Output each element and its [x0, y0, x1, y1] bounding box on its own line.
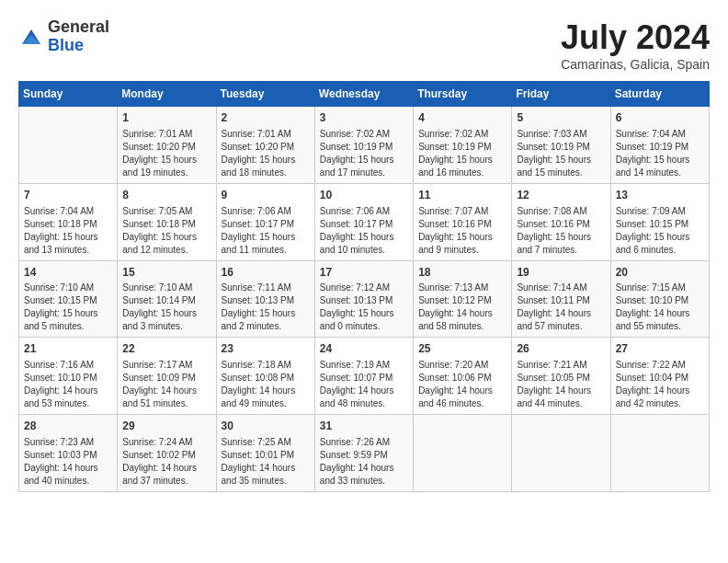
title-block: July 2024 Camarinas, Galicia, Spain	[561, 18, 710, 72]
calendar-header-row: SundayMondayTuesdayWednesdayThursdayFrid…	[19, 82, 710, 107]
calendar-cell: 3Sunrise: 7:02 AM Sunset: 10:19 PM Dayli…	[314, 107, 413, 184]
day-number: 5	[517, 110, 605, 126]
calendar-cell: 1Sunrise: 7:01 AM Sunset: 10:20 PM Dayli…	[118, 107, 216, 184]
day-number: 24	[320, 341, 408, 357]
calendar-cell: 12Sunrise: 7:08 AM Sunset: 10:16 PM Dayl…	[512, 183, 610, 260]
calendar-cell: 30Sunrise: 7:25 AM Sunset: 10:01 PM Dayl…	[216, 415, 314, 492]
day-info: Sunrise: 7:12 AM Sunset: 10:13 PM Daylig…	[320, 282, 408, 333]
day-number: 13	[616, 188, 704, 203]
day-number: 20	[616, 265, 704, 281]
calendar-cell	[19, 107, 118, 184]
calendar-cell: 20Sunrise: 7:15 AM Sunset: 10:10 PM Dayl…	[610, 260, 709, 338]
weekday-header-monday: Monday	[118, 82, 216, 107]
day-number: 12	[517, 188, 605, 203]
day-number: 29	[122, 419, 210, 434]
day-number: 10	[320, 188, 408, 203]
day-number: 16	[222, 265, 310, 281]
day-number: 3	[320, 110, 408, 126]
day-number: 18	[418, 265, 506, 281]
calendar-cell: 28Sunrise: 7:23 AM Sunset: 10:03 PM Dayl…	[19, 415, 118, 492]
calendar-cell	[512, 415, 610, 492]
day-info: Sunrise: 7:04 AM Sunset: 10:18 PM Daylig…	[24, 205, 112, 257]
day-info: Sunrise: 7:19 AM Sunset: 10:07 PM Daylig…	[320, 359, 408, 410]
calendar-cell: 31Sunrise: 7:26 AM Sunset: 9:59 PM Dayli…	[314, 415, 413, 492]
day-number: 6	[616, 110, 704, 126]
day-info: Sunrise: 7:09 AM Sunset: 10:15 PM Daylig…	[616, 205, 704, 257]
calendar-cell	[610, 415, 709, 492]
day-number: 27	[616, 341, 704, 357]
location-subtitle: Camarinas, Galicia, Spain	[561, 57, 710, 72]
calendar-cell: 2Sunrise: 7:01 AM Sunset: 10:20 PM Dayli…	[216, 107, 314, 184]
day-info: Sunrise: 7:14 AM Sunset: 10:11 PM Daylig…	[517, 282, 605, 333]
calendar-cell: 14Sunrise: 7:10 AM Sunset: 10:15 PM Dayl…	[19, 260, 118, 338]
day-number: 4	[418, 110, 506, 126]
day-info: Sunrise: 7:26 AM Sunset: 9:59 PM Dayligh…	[320, 436, 408, 488]
day-info: Sunrise: 7:04 AM Sunset: 10:19 PM Daylig…	[616, 128, 704, 179]
day-info: Sunrise: 7:23 AM Sunset: 10:03 PM Daylig…	[24, 436, 112, 488]
calendar-cell: 15Sunrise: 7:10 AM Sunset: 10:14 PM Dayl…	[118, 260, 216, 338]
calendar-cell: 8Sunrise: 7:05 AM Sunset: 10:18 PM Dayli…	[118, 183, 216, 260]
day-number: 19	[517, 265, 605, 281]
day-info: Sunrise: 7:20 AM Sunset: 10:06 PM Daylig…	[418, 359, 506, 410]
calendar-cell: 19Sunrise: 7:14 AM Sunset: 10:11 PM Dayl…	[512, 260, 610, 338]
logo-icon	[18, 24, 44, 50]
weekday-header-thursday: Thursday	[414, 82, 512, 107]
day-info: Sunrise: 7:22 AM Sunset: 10:04 PM Daylig…	[616, 359, 704, 410]
day-info: Sunrise: 7:07 AM Sunset: 10:16 PM Daylig…	[418, 205, 506, 257]
calendar-cell: 4Sunrise: 7:02 AM Sunset: 10:19 PM Dayli…	[414, 107, 512, 184]
calendar-week-row: 14Sunrise: 7:10 AM Sunset: 10:15 PM Dayl…	[19, 260, 710, 338]
day-info: Sunrise: 7:01 AM Sunset: 10:20 PM Daylig…	[222, 128, 310, 179]
day-info: Sunrise: 7:02 AM Sunset: 10:19 PM Daylig…	[418, 128, 506, 179]
day-number: 22	[122, 341, 210, 357]
day-info: Sunrise: 7:08 AM Sunset: 10:16 PM Daylig…	[517, 205, 605, 257]
day-number: 31	[320, 419, 408, 434]
calendar-cell: 23Sunrise: 7:18 AM Sunset: 10:08 PM Dayl…	[216, 338, 314, 415]
day-info: Sunrise: 7:06 AM Sunset: 10:17 PM Daylig…	[320, 205, 408, 257]
day-info: Sunrise: 7:05 AM Sunset: 10:18 PM Daylig…	[122, 205, 210, 257]
day-info: Sunrise: 7:25 AM Sunset: 10:01 PM Daylig…	[222, 436, 310, 488]
calendar-cell: 24Sunrise: 7:19 AM Sunset: 10:07 PM Dayl…	[314, 338, 413, 415]
day-info: Sunrise: 7:16 AM Sunset: 10:10 PM Daylig…	[24, 359, 112, 410]
calendar-cell: 22Sunrise: 7:17 AM Sunset: 10:09 PM Dayl…	[118, 338, 216, 415]
calendar-week-row: 7Sunrise: 7:04 AM Sunset: 10:18 PM Dayli…	[19, 183, 710, 260]
weekday-header-tuesday: Tuesday	[216, 82, 314, 107]
day-info: Sunrise: 7:18 AM Sunset: 10:08 PM Daylig…	[222, 359, 310, 410]
weekday-header-friday: Friday	[512, 82, 610, 107]
calendar-week-row: 28Sunrise: 7:23 AM Sunset: 10:03 PM Dayl…	[19, 415, 710, 492]
day-number: 17	[320, 265, 408, 281]
page-header: General Blue July 2024 Camarinas, Galici…	[18, 18, 710, 72]
calendar-cell: 27Sunrise: 7:22 AM Sunset: 10:04 PM Dayl…	[610, 338, 709, 415]
day-info: Sunrise: 7:01 AM Sunset: 10:20 PM Daylig…	[122, 128, 210, 179]
calendar-cell: 25Sunrise: 7:20 AM Sunset: 10:06 PM Dayl…	[414, 338, 512, 415]
calendar-cell: 11Sunrise: 7:07 AM Sunset: 10:16 PM Dayl…	[414, 183, 512, 260]
calendar-cell: 5Sunrise: 7:03 AM Sunset: 10:19 PM Dayli…	[512, 107, 610, 184]
weekday-header-sunday: Sunday	[19, 82, 118, 107]
day-number: 14	[24, 265, 112, 281]
day-info: Sunrise: 7:10 AM Sunset: 10:15 PM Daylig…	[24, 282, 112, 333]
logo-text: General Blue	[48, 18, 109, 55]
day-info: Sunrise: 7:15 AM Sunset: 10:10 PM Daylig…	[616, 282, 704, 333]
calendar-cell: 26Sunrise: 7:21 AM Sunset: 10:05 PM Dayl…	[512, 338, 610, 415]
day-info: Sunrise: 7:17 AM Sunset: 10:09 PM Daylig…	[122, 359, 210, 410]
calendar-cell: 21Sunrise: 7:16 AM Sunset: 10:10 PM Dayl…	[19, 338, 118, 415]
day-number: 7	[24, 188, 112, 203]
day-info: Sunrise: 7:02 AM Sunset: 10:19 PM Daylig…	[320, 128, 408, 179]
day-number: 8	[122, 188, 210, 203]
day-number: 9	[222, 188, 310, 203]
weekday-header-saturday: Saturday	[610, 82, 709, 107]
day-info: Sunrise: 7:24 AM Sunset: 10:02 PM Daylig…	[122, 436, 210, 488]
day-number: 15	[122, 265, 210, 281]
day-number: 1	[122, 110, 210, 126]
calendar-week-row: 21Sunrise: 7:16 AM Sunset: 10:10 PM Dayl…	[19, 338, 710, 415]
weekday-header-wednesday: Wednesday	[314, 82, 413, 107]
calendar-cell: 17Sunrise: 7:12 AM Sunset: 10:13 PM Dayl…	[314, 260, 413, 338]
day-info: Sunrise: 7:03 AM Sunset: 10:19 PM Daylig…	[517, 128, 605, 179]
calendar-cell: 10Sunrise: 7:06 AM Sunset: 10:17 PM Dayl…	[314, 183, 413, 260]
calendar-cell: 13Sunrise: 7:09 AM Sunset: 10:15 PM Dayl…	[610, 183, 709, 260]
calendar-cell: 18Sunrise: 7:13 AM Sunset: 10:12 PM Dayl…	[414, 260, 512, 338]
calendar-cell: 6Sunrise: 7:04 AM Sunset: 10:19 PM Dayli…	[610, 107, 709, 184]
calendar-cell: 9Sunrise: 7:06 AM Sunset: 10:17 PM Dayli…	[216, 183, 314, 260]
day-info: Sunrise: 7:21 AM Sunset: 10:05 PM Daylig…	[517, 359, 605, 410]
calendar-cell	[414, 415, 512, 492]
day-number: 23	[222, 341, 310, 357]
